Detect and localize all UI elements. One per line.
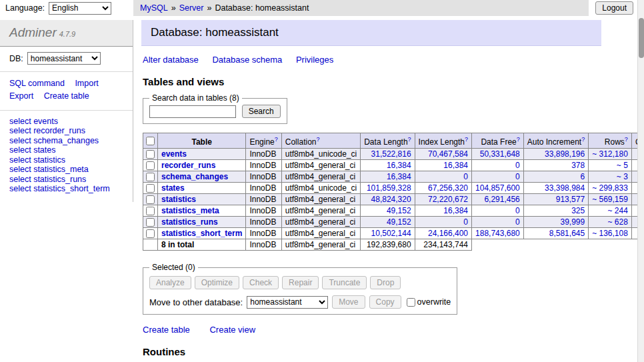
auto-increment-link[interactable]: 39,999 bbox=[560, 217, 585, 227]
data-free-link[interactable]: 188,743,680 bbox=[475, 229, 520, 238]
search-button[interactable]: Search bbox=[242, 105, 281, 118]
copy-button[interactable]: Copy bbox=[369, 295, 401, 309]
row-checkbox[interactable] bbox=[146, 184, 155, 193]
breadcrumb-link-server[interactable]: Server bbox=[179, 3, 204, 13]
select-all-checkbox[interactable] bbox=[146, 137, 155, 145]
row-checkbox[interactable] bbox=[146, 161, 155, 170]
sidebar-link-sql-command[interactable]: SQL command bbox=[9, 79, 65, 88]
rows-link[interactable]: ~ 3 bbox=[617, 172, 628, 181]
auto-increment-link[interactable]: 378 bbox=[571, 161, 585, 170]
link-create-table[interactable]: Create table bbox=[143, 325, 190, 335]
sidebar-item-statistics-runs[interactable]: select statistics_runs bbox=[9, 175, 123, 184]
data-length-link[interactable]: 101,859,328 bbox=[367, 183, 411, 193]
row-checkbox[interactable] bbox=[146, 150, 155, 159]
optimize-button[interactable]: Optimize bbox=[195, 276, 239, 289]
sidebar-item-statistics[interactable]: select statistics bbox=[9, 155, 123, 165]
table-link[interactable]: recorder_runs bbox=[161, 161, 215, 170]
index-length-link[interactable]: 67,256,320 bbox=[428, 183, 468, 193]
row-checkbox[interactable] bbox=[146, 218, 155, 227]
data-length-link[interactable]: 16,384 bbox=[387, 172, 411, 181]
rows-link[interactable]: ~ 312,180 bbox=[592, 149, 628, 159]
sidebar-link-import[interactable]: Import bbox=[75, 79, 98, 88]
rows-link[interactable]: ~ 299,833 bbox=[592, 183, 628, 193]
auto-increment-link[interactable]: 6 bbox=[580, 172, 585, 181]
help-icon[interactable]: ? bbox=[275, 136, 278, 143]
help-icon[interactable]: ? bbox=[581, 136, 585, 143]
data-length-link[interactable]: 49,152 bbox=[387, 206, 411, 215]
data-free-link[interactable]: 0 bbox=[515, 161, 520, 170]
move-db-select[interactable]: homeassistant bbox=[247, 296, 328, 309]
index-length-link[interactable]: 70,467,584 bbox=[428, 149, 468, 159]
data-length-link[interactable]: 48,824,320 bbox=[371, 195, 411, 204]
help-icon[interactable]: ? bbox=[316, 136, 319, 143]
data-free-link[interactable]: 6,291,456 bbox=[484, 195, 519, 204]
rows-link[interactable]: ~ 244 bbox=[608, 206, 628, 215]
link-privileges[interactable]: Privileges bbox=[296, 55, 333, 65]
index-length-link[interactable]: 72,220,672 bbox=[428, 195, 468, 204]
auto-increment-link[interactable]: 325 bbox=[571, 206, 585, 215]
analyze-button[interactable]: Analyze bbox=[149, 276, 191, 289]
index-length-link[interactable]: 16,384 bbox=[443, 161, 468, 170]
auto-increment-link[interactable]: 913,577 bbox=[556, 195, 585, 204]
data-free-link[interactable]: 104,857,600 bbox=[475, 183, 520, 193]
drop-button[interactable]: Drop bbox=[370, 276, 401, 289]
table-link[interactable]: statistics_meta bbox=[161, 206, 219, 215]
data-free-link[interactable]: 0 bbox=[515, 217, 520, 227]
sidebar-link-create-table[interactable]: Create table bbox=[44, 91, 89, 101]
row-checkbox[interactable] bbox=[146, 229, 155, 238]
data-length-link[interactable]: 16,384 bbox=[387, 161, 411, 170]
row-checkbox[interactable] bbox=[146, 207, 155, 215]
scrollbar[interactable] bbox=[637, 0, 644, 362]
rows-link[interactable]: ~ 5 bbox=[617, 161, 628, 170]
db-select[interactable]: homeassistant bbox=[27, 52, 101, 65]
sidebar-item-recorder-runs[interactable]: select recorder_runs bbox=[9, 126, 123, 135]
row-checkbox[interactable] bbox=[146, 195, 155, 204]
link-create-view[interactable]: Create view bbox=[209, 325, 255, 335]
table-link[interactable]: statistics bbox=[161, 195, 196, 204]
data-length-link[interactable]: 49,152 bbox=[387, 217, 411, 227]
table-link[interactable]: statistics_short_term bbox=[161, 229, 242, 238]
table-link[interactable]: states bbox=[161, 183, 185, 193]
link-alter-database[interactable]: Alter database bbox=[143, 55, 199, 65]
index-length-link[interactable]: 0 bbox=[463, 172, 468, 181]
row-checkbox[interactable] bbox=[146, 173, 155, 181]
rows-link[interactable]: ~ 628 bbox=[608, 217, 628, 227]
scrollbar-thumb[interactable] bbox=[639, 18, 644, 58]
language-select[interactable]: English bbox=[49, 2, 111, 15]
move-button[interactable]: Move bbox=[332, 295, 365, 309]
data-length-link[interactable]: 10,502,144 bbox=[371, 229, 411, 238]
sidebar-item-schema-changes[interactable]: select schema_changes bbox=[9, 136, 123, 145]
search-input[interactable] bbox=[149, 105, 236, 118]
rows-link[interactable]: ~ 136,108 bbox=[592, 229, 628, 238]
rows-link[interactable]: ~ 569,159 bbox=[592, 195, 628, 204]
truncate-button[interactable]: Truncate bbox=[322, 276, 367, 289]
sidebar-link-export[interactable]: Export bbox=[9, 91, 33, 101]
help-icon[interactable]: ? bbox=[408, 136, 411, 143]
table-link[interactable]: schema_changes bbox=[161, 172, 228, 181]
data-length-link[interactable]: 31,522,816 bbox=[371, 149, 411, 159]
help-icon[interactable]: ? bbox=[517, 136, 520, 143]
overwrite-checkbox[interactable] bbox=[407, 298, 415, 307]
data-free-link[interactable]: 0 bbox=[515, 206, 520, 215]
table-link[interactable]: events bbox=[161, 149, 187, 159]
breadcrumb-link-mysql[interactable]: MySQL bbox=[140, 3, 168, 13]
index-length-link[interactable]: 24,166,400 bbox=[428, 229, 468, 238]
link-database-schema[interactable]: Database schema bbox=[212, 55, 282, 65]
repair-button[interactable]: Repair bbox=[282, 276, 319, 289]
auto-increment-link[interactable]: 33,898,196 bbox=[545, 149, 585, 159]
sidebar-item-events[interactable]: select events bbox=[9, 117, 123, 126]
auto-increment-link[interactable]: 8,581,645 bbox=[549, 229, 585, 238]
logout-button[interactable]: Logout bbox=[595, 1, 633, 15]
check-button[interactable]: Check bbox=[243, 276, 279, 289]
help-icon[interactable]: ? bbox=[465, 136, 468, 143]
index-length-link[interactable]: 16,384 bbox=[443, 206, 468, 215]
auto-increment-link[interactable]: 33,398,984 bbox=[545, 183, 585, 193]
data-free-link[interactable]: 50,331,648 bbox=[480, 149, 520, 159]
table-link[interactable]: statistics_runs bbox=[161, 217, 218, 227]
sidebar-item-statistics-short-term[interactable]: select statistics_short_term bbox=[9, 184, 123, 193]
data-free-link[interactable]: 0 bbox=[515, 172, 520, 181]
index-length-link[interactable]: 0 bbox=[463, 217, 468, 227]
help-icon[interactable]: ? bbox=[625, 136, 628, 143]
sidebar-item-statistics-meta[interactable]: select statistics_meta bbox=[9, 165, 123, 174]
sidebar-item-states[interactable]: select states bbox=[9, 145, 123, 155]
